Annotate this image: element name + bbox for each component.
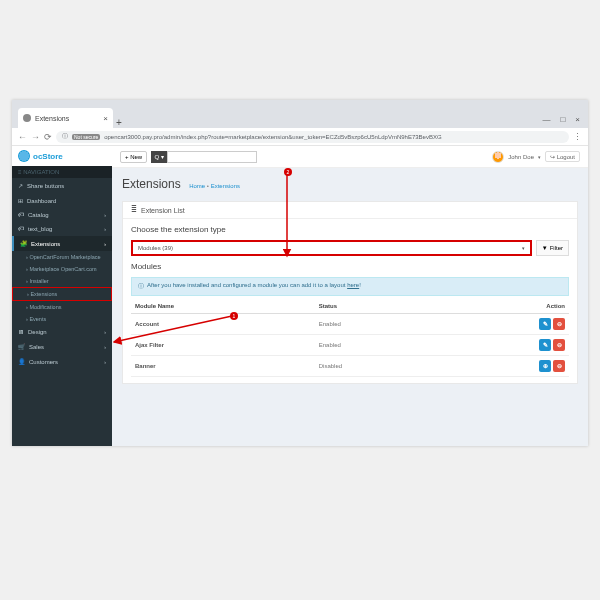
page-title: Extensions (122, 177, 181, 191)
favicon (23, 114, 31, 122)
window-close-icon[interactable]: × (575, 115, 580, 124)
annotation-step-1: 1 (230, 312, 238, 320)
main-content: + New Q ▾ John Doe ▾ ↪ Logout Extensions… (112, 146, 588, 446)
search-button[interactable]: Q ▾ (151, 151, 167, 163)
col-name[interactable]: Module Name (131, 299, 315, 314)
browser-tab-bar: Extensions × + — □ × (12, 100, 588, 128)
chevron-right-icon: › (104, 241, 106, 247)
extension-panel: ≣ Extension List Choose the extension ty… (122, 201, 578, 384)
sidebar-sub-marketplace[interactable]: › Marketplace OpenCart.com (12, 263, 112, 275)
logo-text: ocStore (33, 152, 63, 161)
user-name[interactable]: John Doe (508, 154, 534, 160)
search-input[interactable] (167, 151, 257, 163)
monitor-icon: 🖥 (18, 329, 24, 335)
extension-type-select[interactable]: Modules (39) ▾ (131, 240, 532, 256)
security-badge: Not secure (72, 134, 100, 140)
new-tab-button[interactable]: + (113, 117, 125, 128)
list-icon: ≣ (131, 206, 137, 214)
info-link[interactable]: here (347, 282, 359, 288)
edit-button[interactable]: ✎ (539, 318, 551, 330)
sidebar-sub-modifications[interactable]: › Modifications (12, 301, 112, 313)
edit-button[interactable]: ✎ (539, 339, 551, 351)
logout-button[interactable]: ↪ Logout (545, 151, 580, 162)
sidebar-item-sales[interactable]: 🛒Sales› (12, 339, 112, 354)
breadcrumb: Home • Extensions (189, 183, 240, 189)
forward-icon[interactable]: → (31, 132, 40, 142)
share-icon: ↗ (18, 182, 23, 189)
col-status: Status (315, 299, 438, 314)
sidebar-item-dashboard[interactable]: ⊞Dashboard (12, 193, 112, 208)
app-logo[interactable]: ocStore (12, 146, 112, 166)
chevron-right-icon: › (104, 344, 106, 350)
chevron-right-icon: › (104, 329, 106, 335)
puzzle-icon: 🧩 (20, 240, 27, 247)
page-header: Extensions Home • Extensions (112, 168, 588, 198)
new-button[interactable]: + New (120, 151, 147, 163)
sidebar-item-catalog[interactable]: 🏷Catalog› (12, 208, 112, 222)
window-maximize-icon[interactable]: □ (560, 115, 565, 124)
browser-tab[interactable]: Extensions × (18, 108, 113, 128)
chevron-right-icon: › (104, 226, 106, 232)
table-row: Banner Disabled ⊕ ⊖ (131, 356, 569, 377)
annotation-step-2: 2 (284, 168, 292, 176)
sidebar-sub-ocf-marketplace[interactable]: › OpenCartForum Marketplace (12, 251, 112, 263)
sidebar-item-design[interactable]: 🖥Design› (12, 325, 112, 339)
chevron-right-icon: › (104, 212, 106, 218)
cart-icon: 🛒 (18, 343, 25, 350)
avatar[interactable] (492, 151, 504, 163)
panel-header: ≣ Extension List (123, 202, 577, 219)
table-row: Account Enabled ✎ ⊖ (131, 314, 569, 335)
sidebar: ocStore ≡ NAVIGATION ↗Share buttons ⊞Das… (12, 146, 112, 446)
delete-button[interactable]: ⊖ (553, 339, 565, 351)
dashboard-icon: ⊞ (18, 197, 23, 204)
chevron-right-icon: › (104, 359, 106, 365)
sidebar-item-textblog[interactable]: 🏷text_blog› (12, 222, 112, 236)
browser-menu-icon[interactable]: ⋮ (573, 132, 582, 142)
sidebar-item-customers[interactable]: 👤Customers› (12, 354, 112, 369)
delete-button[interactable]: ⊖ (553, 318, 565, 330)
modules-heading: Modules (131, 262, 569, 271)
sidebar-sub-extensions[interactable]: › Extensions (12, 287, 112, 301)
tag-icon: 🏷 (18, 226, 24, 232)
choose-type-label: Choose the extension type (131, 225, 569, 234)
info-icon: ⓘ (138, 282, 144, 291)
delete-button[interactable]: ⊖ (553, 360, 565, 372)
install-button[interactable]: ⊕ (539, 360, 551, 372)
chevron-down-icon[interactable]: ▾ (538, 154, 541, 160)
close-tab-icon[interactable]: × (103, 114, 108, 123)
filter-icon: ▼ (542, 245, 548, 251)
url-field[interactable]: ⓘ Not secure opencart3000.pay.pro/admin/… (56, 131, 569, 143)
topbar: + New Q ▾ John Doe ▾ ↪ Logout (112, 146, 588, 168)
browser-address-bar: ← → ⟳ ⓘ Not secure opencart3000.pay.pro/… (12, 128, 588, 146)
url-text: opencart3000.pay.pro/admin/index.php?rou… (104, 134, 441, 140)
nav-header: ≡ NAVIGATION (12, 166, 112, 178)
chevron-down-icon: ▾ (522, 245, 525, 251)
sidebar-item-extensions[interactable]: 🧩Extensions› (12, 236, 112, 251)
col-action: Action (437, 299, 569, 314)
reload-icon[interactable]: ⟳ (44, 132, 52, 142)
sidebar-sub-installer[interactable]: › Installer (12, 275, 112, 287)
tab-title: Extensions (35, 115, 69, 122)
sidebar-item-share[interactable]: ↗Share buttons (12, 178, 112, 193)
window-minimize-icon[interactable]: — (542, 115, 550, 124)
security-icon: ⓘ (62, 132, 68, 141)
filter-button[interactable]: ▼ Filter (536, 240, 569, 256)
tag-icon: 🏷 (18, 212, 24, 218)
user-icon: 👤 (18, 358, 25, 365)
info-alert: ⓘ After you have installed and configure… (131, 277, 569, 296)
back-icon[interactable]: ← (18, 132, 27, 142)
table-row: Ajax Filter Enabled ✎ ⊖ (131, 335, 569, 356)
modules-table: Module Name Status Action Account Enable… (131, 299, 569, 377)
sidebar-sub-events[interactable]: › Events (12, 313, 112, 325)
logo-icon (18, 150, 30, 162)
